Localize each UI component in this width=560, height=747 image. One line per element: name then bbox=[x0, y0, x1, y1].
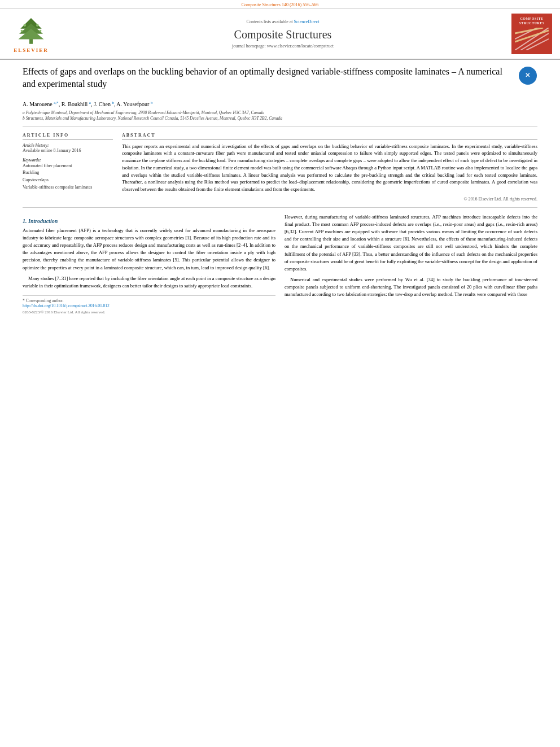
keywords-label: Keywords: bbox=[23, 158, 113, 163]
body-para-2: Many studies [7–31] have reported that b… bbox=[23, 275, 275, 290]
body-right-column: However, during manufacturing of variabl… bbox=[285, 213, 537, 314]
footer-copyright: 0263-8223/© 2016 Elsevier Ltd. All right… bbox=[23, 310, 275, 314]
body-left-column: 1. Introduction Automated fiber placemen… bbox=[23, 213, 275, 314]
body-left-text: Automated fiber placement (AFP) is a tec… bbox=[23, 227, 275, 290]
svg-point-4 bbox=[24, 24, 27, 27]
paper-title: Effects of gaps and overlaps on the buck… bbox=[23, 65, 512, 90]
svg-point-5 bbox=[36, 24, 39, 27]
article-info-header: ARTICLE INFO bbox=[23, 133, 113, 139]
contents-available-line: Contents lists available at ScienceDirec… bbox=[247, 19, 320, 24]
affiliations: a Polytechnique Montreal, Department of … bbox=[23, 110, 537, 127]
journal-header-center: Contents lists available at ScienceDirec… bbox=[61, 14, 505, 54]
elsevier-brand-text: ELSEVIER bbox=[14, 47, 49, 53]
keyword-3: Gaps/overlaps bbox=[23, 177, 113, 184]
journal-citation-text: Composite Structures 140 (2016) 556–566 bbox=[242, 2, 318, 7]
doi-link[interactable]: http://dx.doi.org/10.1016/j.compstruct.2… bbox=[23, 303, 275, 308]
svg-point-7 bbox=[40, 29, 42, 32]
abstract-column: ABSTRACT This paper reports an experimen… bbox=[122, 133, 537, 202]
article-content: Effects of gaps and overlaps on the buck… bbox=[0, 60, 560, 747]
authors-text: A. Marouene a,*, R. Boukhili a, J. Chen … bbox=[23, 101, 152, 107]
body-right-para-2: Numerical and experimental studies were … bbox=[285, 276, 537, 299]
keywords-list: Automated fiber placement Buckling Gaps/… bbox=[23, 163, 113, 191]
crossmark-badge: ✕ bbox=[518, 65, 537, 85]
section-1-title: 1. Introduction bbox=[23, 218, 275, 224]
body-right-para-1: However, during manufacturing of variabl… bbox=[285, 213, 537, 273]
paper-title-section: Effects of gaps and overlaps on the buck… bbox=[23, 65, 537, 94]
abstract-header: ABSTRACT bbox=[122, 133, 537, 139]
journal-logo-text: COMPOSITE STRUCTURES bbox=[515, 16, 549, 51]
journal-logo-box: COMPOSITE STRUCTURES bbox=[509, 14, 554, 54]
sciencedirect-link[interactable]: ScienceDirect bbox=[294, 19, 320, 24]
keyword-2: Buckling bbox=[23, 169, 113, 177]
body-right-text: However, during manufacturing of variabl… bbox=[285, 213, 537, 299]
affiliation-a: a Polytechnique Montreal, Department of … bbox=[23, 110, 537, 116]
abstract-text: This paper reports an experimental and n… bbox=[122, 143, 537, 193]
page: Composite Structures 140 (2016) 556–566 … bbox=[0, 0, 560, 747]
journal-title: Composite Structures bbox=[234, 28, 332, 41]
article-history-label: Article history: bbox=[23, 143, 113, 148]
journal-citation-bar: Composite Structures 140 (2016) 556–566 bbox=[0, 0, 560, 9]
elsevier-logo: ELSEVIER bbox=[6, 14, 56, 54]
journal-logo-graphic: COMPOSITE STRUCTURES bbox=[511, 14, 552, 54]
body-para-1: Automated fiber placement (AFP) is a tec… bbox=[23, 227, 275, 272]
crossmark-icon: ✕ bbox=[519, 67, 537, 85]
corresponding-author-note: * Corresponding author. bbox=[23, 298, 275, 303]
available-online-value: Available online 8 January 2016 bbox=[23, 148, 113, 153]
svg-point-6 bbox=[21, 29, 23, 32]
article-info-abstract-section: ARTICLE INFO Article history: Available … bbox=[23, 133, 537, 208]
keyword-4: Variable-stiffness composite laminates bbox=[23, 184, 113, 191]
keyword-1: Automated fiber placement bbox=[23, 163, 113, 170]
body-content: 1. Introduction Automated fiber placemen… bbox=[23, 213, 537, 314]
footnote-section: * Corresponding author. http://dx.doi.or… bbox=[23, 295, 275, 314]
journal-header: ELSEVIER Contents lists available at Sci… bbox=[0, 9, 560, 60]
journal-homepage: journal homepage: www.elsevier.com/locat… bbox=[232, 43, 334, 49]
copyright-line: © 2016 Elsevier Ltd. All rights reserved… bbox=[122, 196, 537, 202]
elsevier-tree-icon bbox=[14, 15, 48, 46]
article-info-column: ARTICLE INFO Article history: Available … bbox=[23, 133, 113, 202]
authors-line: A. Marouene a,*, R. Boukhili a, J. Chen … bbox=[23, 100, 537, 107]
affiliation-b: b Structures, Materials and Manufacturin… bbox=[23, 116, 537, 122]
